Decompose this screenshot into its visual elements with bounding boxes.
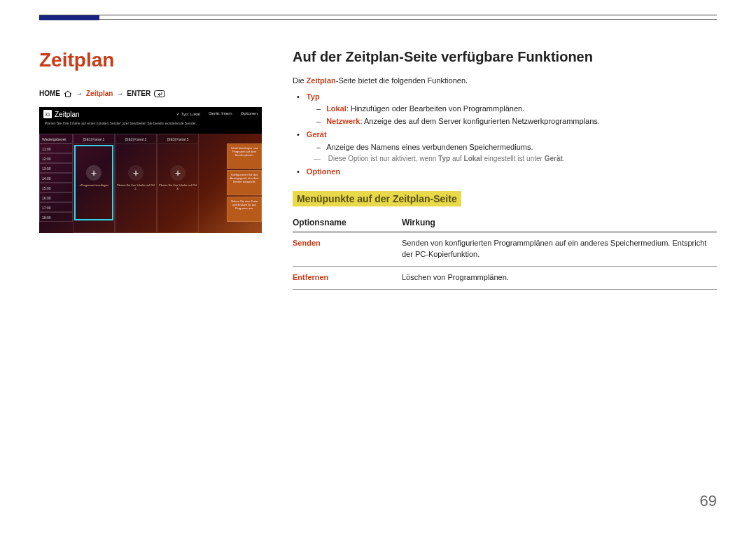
option-name: Senden <box>293 232 402 267</box>
ss-channel-caption: Planen Sie Ihre Inhalte auf CH 3. <box>158 183 198 190</box>
bullet-subitem: Lokal: Hinzufügen oder Bearbeiten von Pr… <box>316 103 717 115</box>
table-row: Senden Senden von konfigurierten Program… <box>293 232 717 267</box>
ss-geraet: Gerät: Intern <box>209 111 232 116</box>
header-rule <box>39 15 717 20</box>
ui-screenshot: 31 Zeitplan ✓ Typ: Lokal Gerät: Intern O… <box>39 107 262 233</box>
ss-channel-head: [SE1] Kanal 1 <box>74 134 114 144</box>
ss-sidebar-box: Geben Sie eine Taste und Endzeit für das… <box>227 197 262 222</box>
ss-time-cell: 15:00 <box>39 183 73 192</box>
ss-channel-col: [SE2] Kanal 2 + Planen Sie Ihre Inhalte … <box>115 134 157 233</box>
ss-sidebar-box: Inhalt hinzufügen und Programm auf dem S… <box>227 143 262 169</box>
ss-selection-highlight <box>74 145 113 220</box>
ss-time-cell: 11:00 <box>39 143 73 153</box>
plus-icon: + <box>128 165 144 181</box>
section-heading: Auf der Zeitplan-Seite verfügbare Funkti… <box>293 49 717 65</box>
ss-time-cell: 14:00 <box>39 173 73 183</box>
table-row: Entfernen Löschen von Programmplänen. <box>293 266 717 289</box>
ss-titlebar: 31 Zeitplan <box>43 110 80 118</box>
breadcrumb: HOME → Zeitplan → ENTER <box>39 90 262 97</box>
table-header: Wirkung <box>402 213 717 232</box>
calendar-icon: 31 <box>43 110 52 118</box>
table-header: Optionsname <box>293 213 402 232</box>
ss-grid: Wiedergabezeit 11:00 12:00 13:00 14:00 1… <box>39 134 262 233</box>
option-desc: Löschen von Programmplänen. <box>402 266 717 289</box>
ss-time-column: Wiedergabezeit 11:00 12:00 13:00 14:00 1… <box>39 134 73 233</box>
enter-icon <box>154 90 165 97</box>
bullet-item: Gerät <box>297 129 717 141</box>
right-column: Auf der Zeitplan-Seite verfügbare Funkti… <box>293 49 717 290</box>
ss-channel-caption: Planen Sie Ihre Inhalte auf CH 2. <box>115 183 156 190</box>
ss-time-cell: 17:00 <box>39 202 73 212</box>
ss-channel-col: [SE3] Kanal 3 + Planen Sie Ihre Inhalte … <box>157 134 199 233</box>
ss-typ: ✓ Typ: Lokal <box>176 111 200 116</box>
ss-subtitle: Planen Sie Ihre Inhalte auf einem lokale… <box>45 121 197 125</box>
breadcrumb-enter: ENTER <box>127 90 150 97</box>
page-number: 69 <box>700 492 717 510</box>
ss-channel-head: [SE2] Kanal 2 <box>115 134 156 144</box>
bullet-subitem: Anzeige des Namens eines verbundenen Spe… <box>316 141 717 154</box>
ss-sidebar-box: Konfigurieren Sie das Anzeigegerät, das … <box>227 170 262 195</box>
bullet-item: Typ <box>297 91 717 104</box>
bullet-list: Typ Lokal: Hinzufügen oder Bearbeiten vo… <box>297 91 717 179</box>
option-desc: Senden von konfigurierten Programmplänen… <box>402 232 717 267</box>
breadcrumb-arrow: → <box>76 90 83 97</box>
plus-icon: + <box>170 165 186 181</box>
left-column: Zeitplan HOME → Zeitplan → ENTER 31 Zeit… <box>39 49 262 290</box>
ss-channel-head: [SE3] Kanal 3 <box>158 134 198 144</box>
ss-title: Zeitplan <box>55 111 80 118</box>
bullet-subitem: Netzwerk: Anzeige des auf dem Server kon… <box>316 115 717 128</box>
intro-paragraph: Die Zeitplan-Seite bietet die folgenden … <box>293 75 717 87</box>
ss-time-cell: 16:00 <box>39 192 73 202</box>
options-table: Optionsname Wirkung Senden Senden von ko… <box>293 213 717 290</box>
ss-top-controls: ✓ Typ: Lokal Gerät: Intern Optionen <box>176 111 258 116</box>
page-title: Zeitplan <box>39 49 262 71</box>
home-icon <box>64 90 72 97</box>
ss-sidebar: Inhalt hinzufügen und Programm auf dem S… <box>227 143 262 233</box>
ss-time-cell: 18:00 <box>39 212 73 222</box>
page-body: Zeitplan HOME → Zeitplan → ENTER 31 Zeit… <box>39 49 717 290</box>
subsection-heading: Menüpunkte auf der Zeitplan-Seite <box>293 191 461 206</box>
option-name: Entfernen <box>293 266 402 289</box>
breadcrumb-arrow: → <box>116 90 123 97</box>
breadcrumb-home: HOME <box>39 90 60 97</box>
bullet-item: Optionen <box>297 166 717 178</box>
header-mark <box>39 15 99 20</box>
ss-time-header: Wiedergabezeit <box>39 134 73 143</box>
svg-rect-0 <box>155 90 165 97</box>
ss-optionen: Optionen <box>241 111 258 116</box>
ss-time-cell: 13:00 <box>39 163 73 173</box>
ss-time-cell: 12:00 <box>39 153 73 163</box>
breadcrumb-item: Zeitplan <box>86 90 113 97</box>
bullet-note: Diese Option ist nur aktiviert, wenn Typ… <box>314 153 717 164</box>
